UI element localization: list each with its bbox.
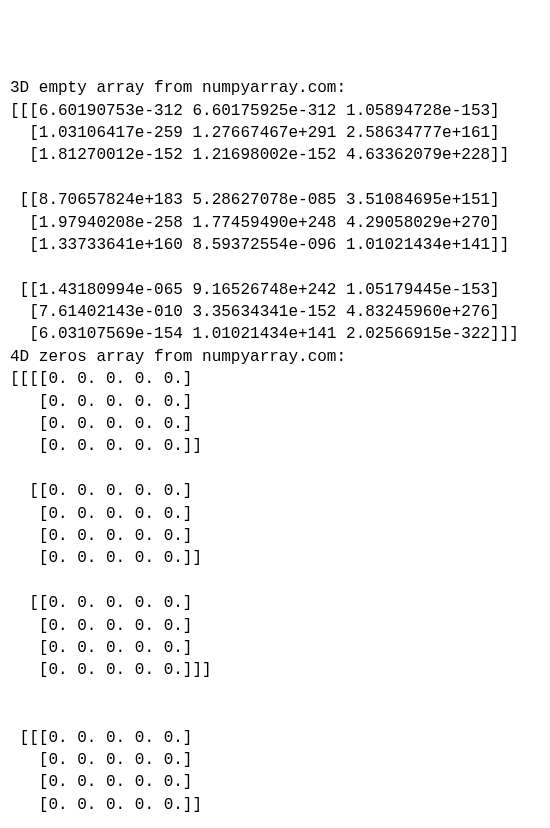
output-line: [0. 0. 0. 0. 0.]] [10,547,540,569]
output-line: [[[0. 0. 0. 0. 0.] [10,727,540,749]
output-line: [0. 0. 0. 0. 0.] [10,525,540,547]
output-line [10,256,540,278]
output-line: [6.03107569e-154 1.01021434e+141 2.02566… [10,323,540,345]
output-line: [1.97940208e-258 1.77459490e+248 4.29058… [10,212,540,234]
output-line: [[0. 0. 0. 0. 0.] [10,480,540,502]
output-line [10,682,540,704]
output-line: [7.61402143e-010 3.35634341e-152 4.83245… [10,301,540,323]
output-line: [1.81270012e-152 1.21698002e-152 4.63362… [10,144,540,166]
output-line: [0. 0. 0. 0. 0.] [10,391,540,413]
console-output: 3D empty array from numpyarray.com:[[[6.… [10,77,540,828]
output-line: [1.03106417e-259 1.27667467e+291 2.58634… [10,122,540,144]
output-line: 3D empty array from numpyarray.com: [10,77,540,99]
output-line: [[8.70657824e+183 5.28627078e-085 3.5108… [10,189,540,211]
output-line: [0. 0. 0. 0. 0.] [10,771,540,793]
output-line: [0. 0. 0. 0. 0.] [10,637,540,659]
output-line [10,570,540,592]
output-line [10,816,540,828]
output-line: [0. 0. 0. 0. 0.] [10,413,540,435]
output-line: [0. 0. 0. 0. 0.] [10,615,540,637]
output-line: [1.33733641e+160 8.59372554e-096 1.01021… [10,234,540,256]
output-line [10,458,540,480]
output-line: [0. 0. 0. 0. 0.]] [10,435,540,457]
output-line: [0. 0. 0. 0. 0.] [10,503,540,525]
output-line: [[[[0. 0. 0. 0. 0.] [10,368,540,390]
output-line: [0. 0. 0. 0. 0.] [10,749,540,771]
output-line [10,167,540,189]
output-line: 4D zeros array from numpyarray.com: [10,346,540,368]
output-line: [[0. 0. 0. 0. 0.] [10,592,540,614]
output-line: [[1.43180994e-065 9.16526748e+242 1.0517… [10,279,540,301]
output-line: [[[6.60190753e-312 6.60175925e-312 1.058… [10,100,540,122]
output-line: [0. 0. 0. 0. 0.]] [10,794,540,816]
output-line [10,704,540,726]
output-line: [0. 0. 0. 0. 0.]]] [10,659,540,681]
